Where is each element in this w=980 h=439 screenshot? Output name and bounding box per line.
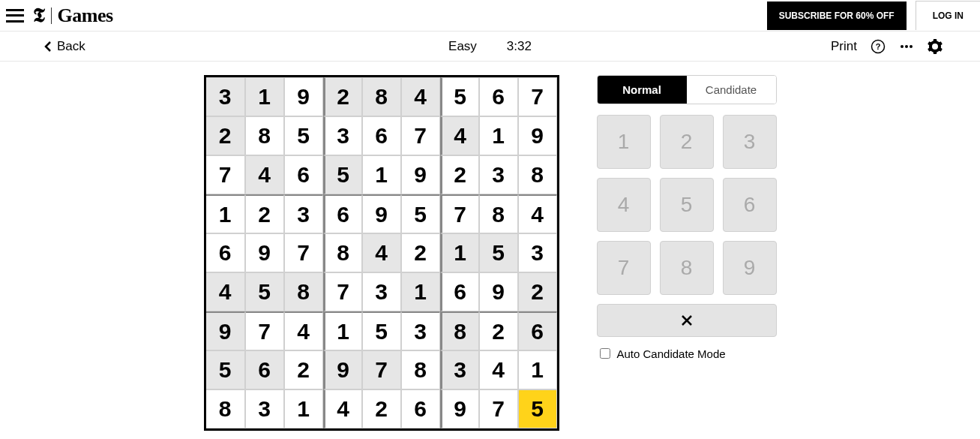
cell-r6-c0[interactable]: 9 <box>206 311 245 350</box>
cell-r3-c8[interactable]: 4 <box>518 194 557 233</box>
cell-r1-c3[interactable]: 3 <box>323 116 362 155</box>
cell-r7-c1[interactable]: 6 <box>245 350 284 389</box>
cell-r5-c4[interactable]: 3 <box>362 272 401 311</box>
cell-r0-c3[interactable]: 2 <box>323 77 362 116</box>
cell-r6-c5[interactable]: 3 <box>401 311 440 350</box>
subscribe-button[interactable]: SUBSCRIBE FOR 60% OFF <box>767 2 907 30</box>
cell-r7-c4[interactable]: 7 <box>362 350 401 389</box>
cell-r3-c0[interactable]: 1 <box>206 194 245 233</box>
cell-r7-c8[interactable]: 1 <box>518 350 557 389</box>
more-icon[interactable] <box>899 39 914 54</box>
cell-r5-c1[interactable]: 5 <box>245 272 284 311</box>
cell-r1-c4[interactable]: 6 <box>362 116 401 155</box>
cell-r1-c8[interactable]: 9 <box>518 116 557 155</box>
cell-r3-c7[interactable]: 8 <box>479 194 518 233</box>
auto-candidate-checkbox[interactable] <box>600 348 610 359</box>
brand-logo[interactable]: 𝕿 Games <box>33 5 113 27</box>
cell-r8-c7[interactable]: 7 <box>479 389 518 428</box>
cell-r5-c7[interactable]: 9 <box>479 272 518 311</box>
cell-r5-c2[interactable]: 8 <box>284 272 323 311</box>
cell-r7-c5[interactable]: 8 <box>401 350 440 389</box>
cell-r8-c5[interactable]: 6 <box>401 389 440 428</box>
login-button[interactable]: LOG IN <box>916 1 980 30</box>
cell-r4-c4[interactable]: 4 <box>362 233 401 272</box>
help-icon[interactable]: ? <box>871 39 886 54</box>
numkey-4[interactable]: 4 <box>597 178 651 232</box>
cell-r7-c2[interactable]: 2 <box>284 350 323 389</box>
cell-r0-c2[interactable]: 9 <box>284 77 323 116</box>
cell-r5-c6[interactable]: 6 <box>440 272 479 311</box>
cell-r4-c8[interactable]: 3 <box>518 233 557 272</box>
cell-r3-c4[interactable]: 9 <box>362 194 401 233</box>
numkey-1[interactable]: 1 <box>597 115 651 169</box>
cell-r8-c1[interactable]: 3 <box>245 389 284 428</box>
cell-r1-c2[interactable]: 5 <box>284 116 323 155</box>
numkey-3[interactable]: 3 <box>723 115 777 169</box>
settings-icon[interactable] <box>928 39 943 54</box>
cell-r8-c2[interactable]: 1 <box>284 389 323 428</box>
cell-r2-c0[interactable]: 7 <box>206 155 245 194</box>
cell-r0-c5[interactable]: 4 <box>401 77 440 116</box>
cell-r5-c3[interactable]: 7 <box>323 272 362 311</box>
cell-r2-c1[interactable]: 4 <box>245 155 284 194</box>
cell-r0-c4[interactable]: 8 <box>362 77 401 116</box>
cell-r2-c7[interactable]: 3 <box>479 155 518 194</box>
cell-r8-c4[interactable]: 2 <box>362 389 401 428</box>
auto-candidate-row[interactable]: Auto Candidate Mode <box>597 346 777 361</box>
erase-button[interactable] <box>597 304 777 337</box>
cell-r8-c8[interactable]: 5 <box>518 389 557 428</box>
cell-r6-c1[interactable]: 7 <box>245 311 284 350</box>
cell-r0-c0[interactable]: 3 <box>206 77 245 116</box>
cell-r1-c7[interactable]: 1 <box>479 116 518 155</box>
cell-r0-c7[interactable]: 6 <box>479 77 518 116</box>
cell-r5-c0[interactable]: 4 <box>206 272 245 311</box>
cell-r8-c6[interactable]: 9 <box>440 389 479 428</box>
numkey-8[interactable]: 8 <box>660 241 714 295</box>
cell-r7-c7[interactable]: 4 <box>479 350 518 389</box>
cell-r4-c1[interactable]: 9 <box>245 233 284 272</box>
cell-r7-c3[interactable]: 9 <box>323 350 362 389</box>
numkey-5[interactable]: 5 <box>660 178 714 232</box>
mode-normal-button[interactable]: Normal <box>598 76 687 104</box>
cell-r8-c0[interactable]: 8 <box>206 389 245 428</box>
cell-r6-c3[interactable]: 1 <box>323 311 362 350</box>
cell-r4-c6[interactable]: 1 <box>440 233 479 272</box>
cell-r1-c0[interactable]: 2 <box>206 116 245 155</box>
cell-r3-c3[interactable]: 6 <box>323 194 362 233</box>
cell-r4-c0[interactable]: 6 <box>206 233 245 272</box>
cell-r0-c8[interactable]: 7 <box>518 77 557 116</box>
cell-r2-c2[interactable]: 6 <box>284 155 323 194</box>
cell-r4-c3[interactable]: 8 <box>323 233 362 272</box>
cell-r3-c6[interactable]: 7 <box>440 194 479 233</box>
print-button[interactable]: Print <box>831 39 857 54</box>
cell-r5-c8[interactable]: 2 <box>518 272 557 311</box>
cell-r4-c5[interactable]: 2 <box>401 233 440 272</box>
cell-r6-c8[interactable]: 6 <box>518 311 557 350</box>
cell-r1-c1[interactable]: 8 <box>245 116 284 155</box>
cell-r2-c8[interactable]: 8 <box>518 155 557 194</box>
cell-r2-c6[interactable]: 2 <box>440 155 479 194</box>
cell-r8-c3[interactable]: 4 <box>323 389 362 428</box>
cell-r4-c7[interactable]: 5 <box>479 233 518 272</box>
cell-r0-c6[interactable]: 5 <box>440 77 479 116</box>
cell-r3-c2[interactable]: 3 <box>284 194 323 233</box>
cell-r1-c6[interactable]: 4 <box>440 116 479 155</box>
cell-r0-c1[interactable]: 1 <box>245 77 284 116</box>
menu-icon[interactable] <box>6 9 24 23</box>
cell-r2-c4[interactable]: 1 <box>362 155 401 194</box>
cell-r2-c5[interactable]: 9 <box>401 155 440 194</box>
numkey-6[interactable]: 6 <box>723 178 777 232</box>
cell-r2-c3[interactable]: 5 <box>323 155 362 194</box>
cell-r3-c5[interactable]: 5 <box>401 194 440 233</box>
cell-r7-c0[interactable]: 5 <box>206 350 245 389</box>
cell-r4-c2[interactable]: 7 <box>284 233 323 272</box>
numkey-9[interactable]: 9 <box>723 241 777 295</box>
cell-r6-c2[interactable]: 4 <box>284 311 323 350</box>
cell-r5-c5[interactable]: 1 <box>401 272 440 311</box>
cell-r6-c7[interactable]: 2 <box>479 311 518 350</box>
cell-r1-c5[interactable]: 7 <box>401 116 440 155</box>
cell-r6-c4[interactable]: 5 <box>362 311 401 350</box>
cell-r6-c6[interactable]: 8 <box>440 311 479 350</box>
back-button[interactable]: Back <box>43 39 85 54</box>
mode-candidate-button[interactable]: Candidate <box>687 76 776 104</box>
